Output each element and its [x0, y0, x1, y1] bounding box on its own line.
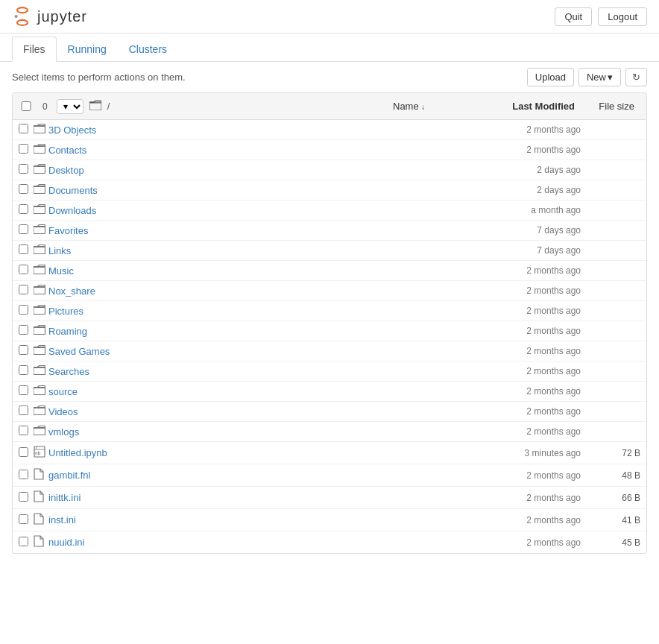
- row-modified: 3 minutes ago: [476, 448, 581, 458]
- row-name-link[interactable]: nuuid.ini: [48, 537, 476, 548]
- row-name-link[interactable]: inittk.ini: [48, 492, 476, 503]
- row-modified: 2 months ago: [476, 470, 581, 481]
- table-row: Links 7 days ago: [13, 241, 646, 261]
- table-row: inst.ini 2 months ago 41 B: [13, 509, 646, 531]
- row-select-11[interactable]: [19, 345, 28, 355]
- row-modified: 2 months ago: [476, 537, 581, 548]
- row-checkbox-6: [19, 244, 34, 256]
- row-checkbox-1: [19, 144, 34, 156]
- table-row: Nox_share 2 months ago: [13, 281, 646, 301]
- row-type-icon: [34, 535, 48, 549]
- row-modified: 2 months ago: [476, 306, 581, 316]
- row-name-link[interactable]: Searches: [48, 366, 476, 377]
- row-name-link[interactable]: Untitled.ipynb: [48, 447, 476, 458]
- row-checkbox-20: [19, 537, 34, 549]
- row-name-link[interactable]: Contacts: [48, 145, 476, 156]
- table-row: Searches 2 months ago: [13, 362, 646, 382]
- toolbar: Select items to perform actions on them.…: [0, 62, 659, 92]
- row-select-13[interactable]: [19, 385, 28, 395]
- col-name-header[interactable]: Name ↓: [387, 98, 476, 115]
- row-modified: 2 months ago: [476, 493, 581, 503]
- tab-running[interactable]: Running: [57, 37, 118, 62]
- row-name-link[interactable]: gambit.fnl: [48, 470, 476, 481]
- table-row: Documents 2 days ago: [13, 180, 646, 201]
- row-checkbox-19: [19, 514, 34, 526]
- row-type-icon: [34, 285, 48, 297]
- table-row: inittk.ini 2 months ago 66 B: [13, 487, 646, 509]
- row-modified: 7 days ago: [476, 245, 581, 256]
- table-row: gambit.fnl 2 months ago 48 B: [13, 464, 646, 487]
- quit-button[interactable]: Quit: [555, 7, 592, 26]
- sort-arrow-icon: ↓: [421, 103, 425, 111]
- row-name-link[interactable]: source: [48, 386, 476, 397]
- col-size-header[interactable]: File size: [581, 98, 640, 115]
- row-select-16[interactable]: [19, 447, 28, 457]
- row-name-link[interactable]: Saved Games: [48, 346, 476, 357]
- row-checkbox-3: [19, 184, 34, 196]
- row-checkbox-16: [19, 447, 34, 459]
- upload-button[interactable]: Upload: [527, 68, 574, 86]
- row-name-link[interactable]: Downloads: [48, 205, 476, 216]
- row-modified: 2 months ago: [476, 124, 581, 135]
- row-select-9[interactable]: [19, 305, 28, 315]
- row-name-link[interactable]: Pictures: [48, 306, 476, 317]
- column-headers: Name ↓ Last Modified File size: [387, 98, 640, 115]
- logo-text: jupyter: [37, 8, 87, 25]
- row-select-0[interactable]: [19, 124, 28, 133]
- tab-bar: Files Running Clusters: [0, 37, 659, 62]
- row-name-link[interactable]: Favorites: [48, 225, 476, 236]
- svg-point-1: [17, 20, 28, 25]
- col-modified-header[interactable]: Last Modified: [476, 98, 581, 115]
- row-type-icon: [34, 305, 48, 317]
- row-name-link[interactable]: Nox_share: [48, 285, 476, 297]
- table-row: vmlogs 2 months ago: [13, 422, 646, 442]
- tab-files[interactable]: Files: [12, 37, 57, 62]
- bulk-action-dropdown[interactable]: ▾: [57, 99, 83, 114]
- row-name-link[interactable]: Desktop: [48, 165, 476, 176]
- row-select-3[interactable]: [19, 184, 28, 194]
- row-select-15[interactable]: [19, 426, 28, 435]
- row-modified: 2 months ago: [476, 285, 581, 296]
- row-name-link[interactable]: Documents: [48, 185, 476, 196]
- table-row: Roaming 2 months ago: [13, 321, 646, 341]
- row-type-icon: [34, 345, 48, 357]
- row-select-1[interactable]: [19, 144, 28, 154]
- row-select-20[interactable]: [19, 537, 28, 546]
- new-dropdown-arrow: ▾: [608, 72, 613, 83]
- row-modified: 2 months ago: [476, 386, 581, 397]
- refresh-button[interactable]: ↻: [625, 68, 647, 86]
- row-modified: a month ago: [476, 205, 581, 215]
- row-select-6[interactable]: [19, 244, 28, 254]
- row-name-link[interactable]: Roaming: [48, 326, 476, 337]
- row-name-link[interactable]: Videos: [48, 406, 476, 417]
- logout-button[interactable]: Logout: [598, 7, 647, 26]
- select-all-checkbox[interactable]: [19, 101, 34, 111]
- row-select-19[interactable]: [19, 514, 28, 524]
- row-select-18[interactable]: [19, 492, 28, 502]
- row-select-10[interactable]: [19, 325, 28, 335]
- row-select-17[interactable]: [19, 470, 28, 479]
- row-select-5[interactable]: [19, 224, 28, 234]
- row-name-link[interactable]: Music: [48, 265, 476, 277]
- row-checkbox-10: [19, 325, 34, 337]
- row-select-14[interactable]: [19, 405, 28, 415]
- new-button[interactable]: New ▾: [578, 68, 621, 86]
- row-name-link[interactable]: 3D Objects: [48, 124, 476, 136]
- row-checkbox-13: [19, 385, 34, 397]
- row-checkbox-8: [19, 285, 34, 297]
- select-hint: Select items to perform actions on them.: [12, 72, 186, 83]
- row-select-2[interactable]: [19, 164, 28, 174]
- tab-clusters[interactable]: Clusters: [118, 37, 178, 62]
- row-name-link[interactable]: vmlogs: [48, 426, 476, 438]
- row-select-12[interactable]: [19, 365, 28, 375]
- row-select-8[interactable]: [19, 285, 28, 294]
- row-checkbox-5: [19, 224, 34, 236]
- row-modified: 7 days ago: [476, 225, 581, 236]
- row-select-4[interactable]: [19, 204, 28, 214]
- table-row: Favorites 7 days ago: [13, 221, 646, 241]
- row-select-7[interactable]: [19, 265, 28, 274]
- table-row: Desktop 2 days ago: [13, 160, 646, 180]
- row-type-icon: [34, 426, 48, 438]
- row-name-link[interactable]: inst.ini: [48, 514, 476, 525]
- row-name-link[interactable]: Links: [48, 245, 476, 256]
